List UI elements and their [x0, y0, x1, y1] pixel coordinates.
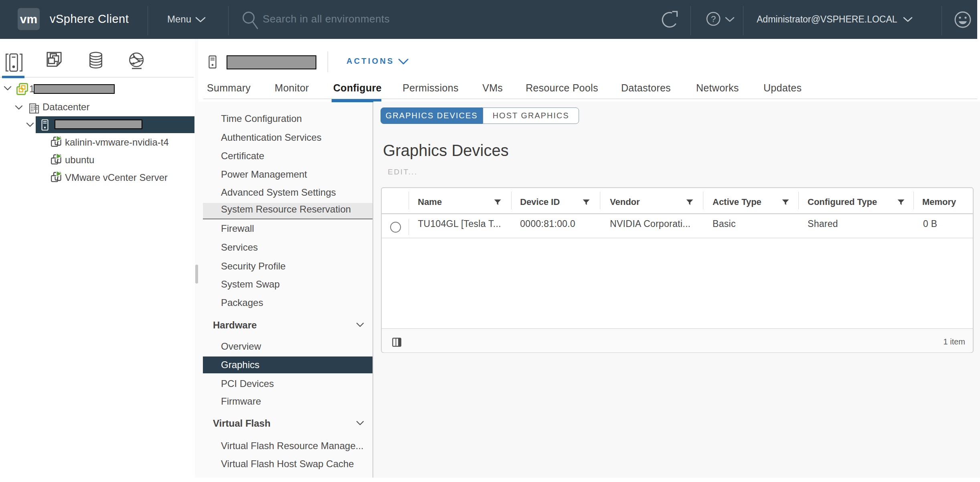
svg-text:?: ?: [711, 14, 716, 24]
